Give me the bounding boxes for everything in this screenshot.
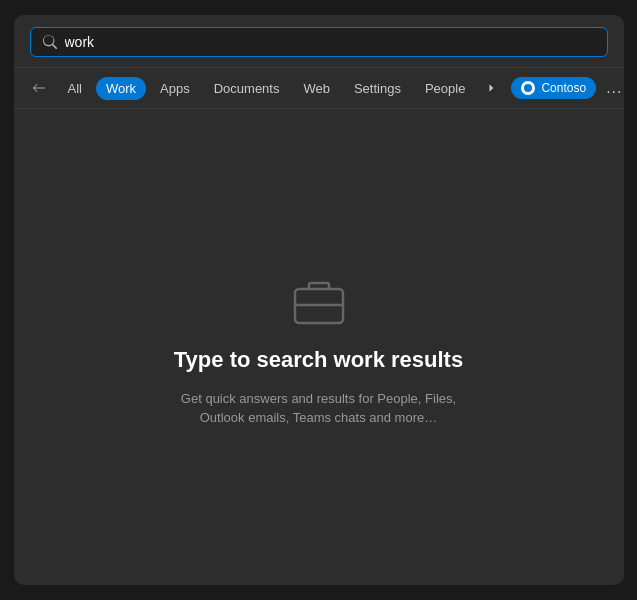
back-button[interactable]: [28, 77, 50, 99]
tab-all[interactable]: All: [58, 77, 92, 100]
more-options-button[interactable]: ...: [600, 75, 623, 101]
briefcase-icon: [287, 267, 351, 331]
tab-web[interactable]: Web: [293, 77, 340, 100]
main-subtitle: Get quick answers and results for People…: [179, 389, 459, 428]
tab-people[interactable]: People: [415, 77, 475, 100]
tab-documents[interactable]: Documents: [204, 77, 290, 100]
search-input[interactable]: [65, 34, 595, 50]
contoso-label: Contoso: [541, 81, 586, 95]
tab-settings[interactable]: Settings: [344, 77, 411, 100]
search-input-wrapper: [30, 27, 608, 57]
search-icon: [43, 35, 57, 49]
main-content: Type to search work results Get quick an…: [14, 109, 624, 585]
main-window: All Work Apps Documents Web Settings Peo…: [14, 15, 624, 585]
tab-work[interactable]: Work: [96, 77, 146, 100]
tab-apps[interactable]: Apps: [150, 77, 200, 100]
contoso-button[interactable]: Contoso: [511, 77, 596, 99]
search-bar: [14, 15, 624, 68]
more-tabs-button[interactable]: [479, 78, 503, 98]
contoso-icon: [521, 81, 535, 95]
filter-bar: All Work Apps Documents Web Settings Peo…: [14, 68, 624, 109]
main-title: Type to search work results: [174, 347, 463, 373]
